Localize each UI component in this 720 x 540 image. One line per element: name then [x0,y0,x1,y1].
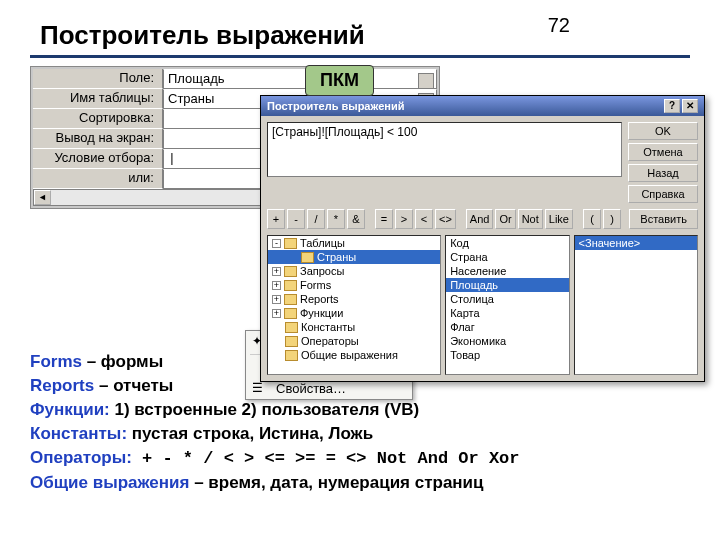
folder-icon [285,336,298,347]
properties-icon: ☰ [252,381,268,397]
tree-item-label: Общие выражения [301,349,398,361]
expression-textarea[interactable]: [Страны]![Площадь] < 100 [267,122,622,177]
operator-toolbar: +-/*&=><<>AndOrNotLike()Вставить [267,209,698,229]
operator-button[interactable]: ( [583,209,601,229]
query-row-label: Поле: [33,69,163,89]
field-item[interactable]: Страна [446,250,568,264]
operator-button[interactable]: Not [518,209,543,229]
field-item[interactable]: Код [446,236,568,250]
operator-button[interactable]: Or [495,209,515,229]
fields-list[interactable]: КодСтранаНаселениеПлощадьСтолицаКартаФла… [445,235,569,375]
back-button[interactable]: Назад [628,164,698,182]
field-item[interactable]: Население [446,264,568,278]
operator-button[interactable]: And [466,209,494,229]
insert-button[interactable]: Вставить [629,209,698,229]
expand-icon[interactable]: + [272,281,281,290]
dialog-title-text: Построитель выражений [267,100,404,112]
value-list[interactable]: <Значение> [574,235,698,375]
folder-icon [284,308,297,319]
tree-item[interactable]: +Forms [268,278,440,292]
close-icon[interactable]: ✕ [682,99,698,113]
operator-button[interactable]: + [267,209,285,229]
operator-button[interactable]: Like [545,209,573,229]
page-title: Построитель выражений [30,20,690,51]
field-item[interactable]: Экономика [446,334,568,348]
expand-icon[interactable]: + [272,295,281,304]
query-row-label: Вывод на экран: [33,129,163,149]
tree-item[interactable]: +Запросы [268,264,440,278]
query-row-label: Условие отбора: [33,149,163,169]
field-item[interactable]: Флаг [446,320,568,334]
folder-icon [284,294,297,305]
expand-icon[interactable]: + [272,309,281,318]
query-row-label: Сортировка: [33,109,163,129]
title-underline [30,55,690,58]
folder-icon [284,238,297,249]
tree-item-label: Функции [300,307,343,319]
tree-item[interactable]: Страны [268,250,440,264]
page-number: 72 [548,14,570,37]
tree-item[interactable]: Общие выражения [268,348,440,362]
ok-button[interactable]: OK [628,122,698,140]
help-icon[interactable]: ? [664,99,680,113]
expand-icon[interactable]: - [272,239,281,248]
query-field-cell[interactable]: Площадь [163,69,437,89]
tree-item[interactable]: +Reports [268,292,440,306]
folder-icon [284,280,297,291]
field-item[interactable]: Площадь [446,278,568,292]
expression-builder-dialog: Построитель выражений ? ✕ [Страны]![Площ… [260,95,705,382]
tree-item[interactable]: Операторы [268,334,440,348]
field-item[interactable]: Столица [446,292,568,306]
pkm-badge: ПКМ [305,65,374,96]
ctx-item-label: Свойства… [276,381,346,396]
scroll-left-icon[interactable]: ◄ [34,190,51,205]
field-item[interactable]: Карта [446,306,568,320]
dialog-titlebar[interactable]: Построитель выражений ? ✕ [261,96,704,116]
operator-button[interactable]: > [395,209,413,229]
query-row-label: Имя таблицы: [33,89,163,109]
folder-icon [284,266,297,277]
tree-item-label: Reports [300,293,339,305]
tree-item-label: Запросы [300,265,344,277]
folder-icon [285,322,298,333]
folder-icon [285,350,298,361]
operator-button[interactable]: < [415,209,433,229]
operator-button[interactable]: ) [603,209,621,229]
category-tree[interactable]: -ТаблицыСтраны+Запросы+Forms+Reports+Фун… [267,235,441,375]
help-button[interactable]: Справка [628,185,698,203]
cancel-button[interactable]: Отмена [628,143,698,161]
operator-button[interactable]: <> [435,209,456,229]
operator-button[interactable]: = [375,209,393,229]
tree-item-label: Таблицы [300,237,345,249]
tree-item-label: Страны [317,251,356,263]
tree-item-label: Forms [300,279,331,291]
operator-button[interactable]: * [327,209,345,229]
expand-icon[interactable]: + [272,267,281,276]
tree-item-label: Операторы [301,335,359,347]
tree-item-label: Константы [301,321,355,333]
tree-item[interactable]: Константы [268,320,440,334]
operator-button[interactable]: & [347,209,365,229]
field-item[interactable]: Товар [446,348,568,362]
operator-button[interactable]: - [287,209,305,229]
value-item[interactable]: <Значение> [575,236,697,250]
folder-icon [301,252,314,263]
tree-item[interactable]: +Функции [268,306,440,320]
operator-button[interactable]: / [307,209,325,229]
tree-item[interactable]: -Таблицы [268,236,440,250]
query-row-label: или: [33,169,163,189]
